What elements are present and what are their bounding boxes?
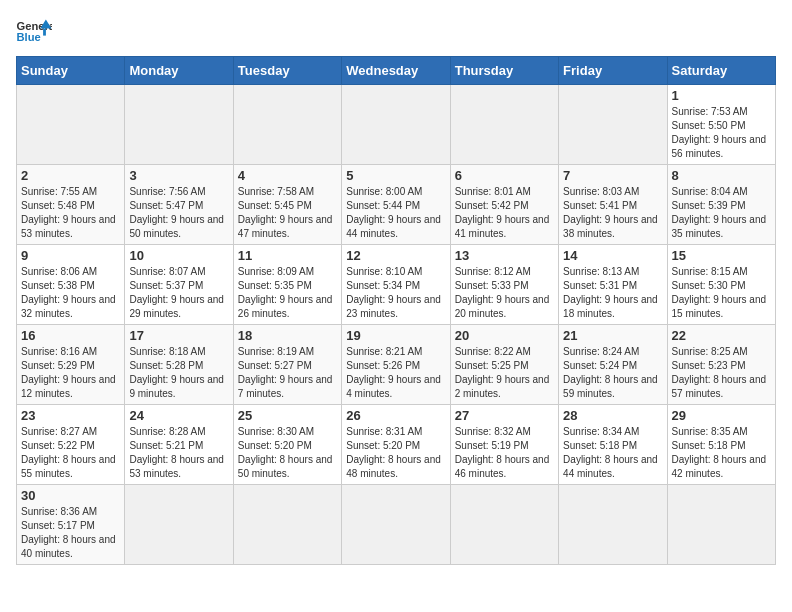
day-cell: [667, 485, 775, 565]
day-cell: [342, 85, 450, 165]
day-number: 24: [129, 408, 228, 423]
day-cell: 14Sunrise: 8:13 AM Sunset: 5:31 PM Dayli…: [559, 245, 667, 325]
day-info: Sunrise: 8:32 AM Sunset: 5:19 PM Dayligh…: [455, 425, 554, 481]
day-cell: 8Sunrise: 8:04 AM Sunset: 5:39 PM Daylig…: [667, 165, 775, 245]
day-number: 25: [238, 408, 337, 423]
day-info: Sunrise: 8:01 AM Sunset: 5:42 PM Dayligh…: [455, 185, 554, 241]
day-info: Sunrise: 8:09 AM Sunset: 5:35 PM Dayligh…: [238, 265, 337, 321]
day-info: Sunrise: 8:18 AM Sunset: 5:28 PM Dayligh…: [129, 345, 228, 401]
day-cell: 17Sunrise: 8:18 AM Sunset: 5:28 PM Dayli…: [125, 325, 233, 405]
day-number: 2: [21, 168, 120, 183]
day-info: Sunrise: 7:56 AM Sunset: 5:47 PM Dayligh…: [129, 185, 228, 241]
day-cell: 9Sunrise: 8:06 AM Sunset: 5:38 PM Daylig…: [17, 245, 125, 325]
day-info: Sunrise: 8:10 AM Sunset: 5:34 PM Dayligh…: [346, 265, 445, 321]
day-number: 22: [672, 328, 771, 343]
day-cell: [559, 85, 667, 165]
day-cell: 18Sunrise: 8:19 AM Sunset: 5:27 PM Dayli…: [233, 325, 341, 405]
day-number: 18: [238, 328, 337, 343]
logo: General Blue: [16, 16, 56, 44]
day-info: Sunrise: 8:07 AM Sunset: 5:37 PM Dayligh…: [129, 265, 228, 321]
day-number: 6: [455, 168, 554, 183]
day-cell: [17, 85, 125, 165]
day-cell: 1Sunrise: 7:53 AM Sunset: 5:50 PM Daylig…: [667, 85, 775, 165]
day-info: Sunrise: 8:34 AM Sunset: 5:18 PM Dayligh…: [563, 425, 662, 481]
day-number: 8: [672, 168, 771, 183]
day-info: Sunrise: 8:31 AM Sunset: 5:20 PM Dayligh…: [346, 425, 445, 481]
day-number: 20: [455, 328, 554, 343]
day-info: Sunrise: 8:16 AM Sunset: 5:29 PM Dayligh…: [21, 345, 120, 401]
day-number: 30: [21, 488, 120, 503]
week-row-6: 30Sunrise: 8:36 AM Sunset: 5:17 PM Dayli…: [17, 485, 776, 565]
calendar-table: SundayMondayTuesdayWednesdayThursdayFrid…: [16, 56, 776, 565]
day-info: Sunrise: 8:24 AM Sunset: 5:24 PM Dayligh…: [563, 345, 662, 401]
day-cell: 28Sunrise: 8:34 AM Sunset: 5:18 PM Dayli…: [559, 405, 667, 485]
day-cell: 20Sunrise: 8:22 AM Sunset: 5:25 PM Dayli…: [450, 325, 558, 405]
day-info: Sunrise: 8:06 AM Sunset: 5:38 PM Dayligh…: [21, 265, 120, 321]
day-cell: 3Sunrise: 7:56 AM Sunset: 5:47 PM Daylig…: [125, 165, 233, 245]
day-number: 4: [238, 168, 337, 183]
col-header-sunday: Sunday: [17, 57, 125, 85]
day-cell: 19Sunrise: 8:21 AM Sunset: 5:26 PM Dayli…: [342, 325, 450, 405]
day-cell: 29Sunrise: 8:35 AM Sunset: 5:18 PM Dayli…: [667, 405, 775, 485]
day-number: 28: [563, 408, 662, 423]
day-cell: [342, 485, 450, 565]
week-row-1: 1Sunrise: 7:53 AM Sunset: 5:50 PM Daylig…: [17, 85, 776, 165]
day-info: Sunrise: 8:19 AM Sunset: 5:27 PM Dayligh…: [238, 345, 337, 401]
day-cell: 6Sunrise: 8:01 AM Sunset: 5:42 PM Daylig…: [450, 165, 558, 245]
day-cell: [450, 85, 558, 165]
day-number: 23: [21, 408, 120, 423]
day-cell: [125, 85, 233, 165]
day-info: Sunrise: 8:28 AM Sunset: 5:21 PM Dayligh…: [129, 425, 228, 481]
day-number: 16: [21, 328, 120, 343]
day-info: Sunrise: 8:22 AM Sunset: 5:25 PM Dayligh…: [455, 345, 554, 401]
day-info: Sunrise: 8:03 AM Sunset: 5:41 PM Dayligh…: [563, 185, 662, 241]
day-number: 19: [346, 328, 445, 343]
col-header-monday: Monday: [125, 57, 233, 85]
svg-rect-3: [43, 29, 46, 36]
day-info: Sunrise: 7:53 AM Sunset: 5:50 PM Dayligh…: [672, 105, 771, 161]
day-number: 17: [129, 328, 228, 343]
col-header-thursday: Thursday: [450, 57, 558, 85]
day-cell: [233, 85, 341, 165]
day-cell: 11Sunrise: 8:09 AM Sunset: 5:35 PM Dayli…: [233, 245, 341, 325]
week-row-3: 9Sunrise: 8:06 AM Sunset: 5:38 PM Daylig…: [17, 245, 776, 325]
week-row-5: 23Sunrise: 8:27 AM Sunset: 5:22 PM Dayli…: [17, 405, 776, 485]
day-number: 9: [21, 248, 120, 263]
day-number: 13: [455, 248, 554, 263]
day-info: Sunrise: 8:12 AM Sunset: 5:33 PM Dayligh…: [455, 265, 554, 321]
day-cell: 23Sunrise: 8:27 AM Sunset: 5:22 PM Dayli…: [17, 405, 125, 485]
day-number: 26: [346, 408, 445, 423]
day-number: 7: [563, 168, 662, 183]
day-cell: 13Sunrise: 8:12 AM Sunset: 5:33 PM Dayli…: [450, 245, 558, 325]
day-number: 29: [672, 408, 771, 423]
page-header: General Blue: [16, 16, 776, 44]
svg-text:Blue: Blue: [17, 31, 41, 43]
day-info: Sunrise: 8:04 AM Sunset: 5:39 PM Dayligh…: [672, 185, 771, 241]
day-number: 3: [129, 168, 228, 183]
day-cell: 15Sunrise: 8:15 AM Sunset: 5:30 PM Dayli…: [667, 245, 775, 325]
day-info: Sunrise: 8:00 AM Sunset: 5:44 PM Dayligh…: [346, 185, 445, 241]
day-info: Sunrise: 8:25 AM Sunset: 5:23 PM Dayligh…: [672, 345, 771, 401]
day-info: Sunrise: 8:35 AM Sunset: 5:18 PM Dayligh…: [672, 425, 771, 481]
calendar-header-row: SundayMondayTuesdayWednesdayThursdayFrid…: [17, 57, 776, 85]
day-info: Sunrise: 7:55 AM Sunset: 5:48 PM Dayligh…: [21, 185, 120, 241]
week-row-4: 16Sunrise: 8:16 AM Sunset: 5:29 PM Dayli…: [17, 325, 776, 405]
day-number: 10: [129, 248, 228, 263]
day-number: 14: [563, 248, 662, 263]
day-cell: 27Sunrise: 8:32 AM Sunset: 5:19 PM Dayli…: [450, 405, 558, 485]
col-header-saturday: Saturday: [667, 57, 775, 85]
day-number: 5: [346, 168, 445, 183]
week-row-2: 2Sunrise: 7:55 AM Sunset: 5:48 PM Daylig…: [17, 165, 776, 245]
col-header-wednesday: Wednesday: [342, 57, 450, 85]
day-cell: 21Sunrise: 8:24 AM Sunset: 5:24 PM Dayli…: [559, 325, 667, 405]
day-info: Sunrise: 8:13 AM Sunset: 5:31 PM Dayligh…: [563, 265, 662, 321]
day-cell: 4Sunrise: 7:58 AM Sunset: 5:45 PM Daylig…: [233, 165, 341, 245]
day-cell: 30Sunrise: 8:36 AM Sunset: 5:17 PM Dayli…: [17, 485, 125, 565]
day-number: 12: [346, 248, 445, 263]
day-info: Sunrise: 8:15 AM Sunset: 5:30 PM Dayligh…: [672, 265, 771, 321]
day-info: Sunrise: 7:58 AM Sunset: 5:45 PM Dayligh…: [238, 185, 337, 241]
day-cell: 22Sunrise: 8:25 AM Sunset: 5:23 PM Dayli…: [667, 325, 775, 405]
day-cell: [559, 485, 667, 565]
day-cell: 12Sunrise: 8:10 AM Sunset: 5:34 PM Dayli…: [342, 245, 450, 325]
logo-icon: General Blue: [16, 16, 52, 44]
